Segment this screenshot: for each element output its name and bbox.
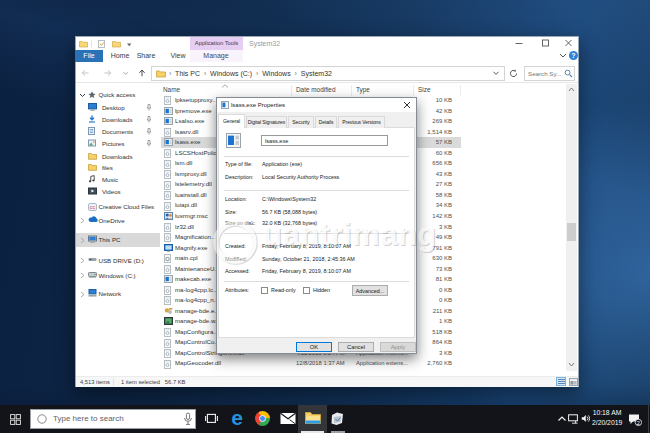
svg-text:uantrimang: uantrimang [263, 217, 437, 252]
svg-text:2: 2 [637, 420, 640, 426]
svg-text:cc: cc [90, 204, 96, 210]
